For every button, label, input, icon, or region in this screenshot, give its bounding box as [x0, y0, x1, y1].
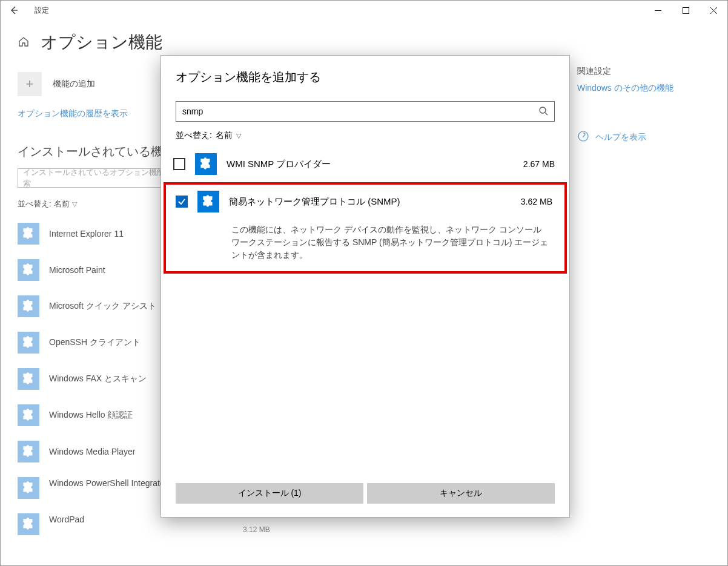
back-button[interactable] — [5, 2, 22, 19]
help-link[interactable]: ヘルプを表示 — [595, 132, 646, 143]
page-header: オプション機能 — [1, 20, 727, 60]
modal-search-input[interactable] — [182, 107, 538, 116]
install-button[interactable]: インストール (1) — [176, 483, 363, 504]
add-feature-modal: オプション機能を追加する 並べ替え: 名前 ▽ WMI SNMP プロバイダー2… — [160, 55, 570, 518]
svg-rect-0 — [683, 7, 689, 13]
feature-name: WMI SNMP プロバイダー — [227, 159, 331, 170]
modal-title: オプション機能を追加する — [176, 69, 555, 85]
maximize-button[interactable] — [672, 1, 700, 20]
feature-size: 2.67 MB — [523, 159, 555, 169]
puzzle-icon — [18, 368, 39, 390]
puzzle-icon — [18, 441, 39, 462]
puzzle-icon — [197, 191, 219, 212]
installed-item-name: Windows Media Player — [49, 447, 135, 456]
puzzle-icon — [18, 513, 39, 535]
help-icon — [577, 130, 589, 144]
close-button[interactable] — [700, 1, 727, 20]
installed-item-size: 3.12 MB — [243, 525, 278, 534]
feature-description: この機能には、ネットワーク デバイスの動作を監視し、ネットワーク コンソール ワ… — [231, 223, 550, 262]
installed-item-name: OpenSSH クライアント — [49, 337, 141, 348]
modal-sort[interactable]: 並べ替え: 名前 ▽ — [161, 122, 569, 147]
titlebar: 設定 — [1, 1, 727, 20]
svg-point-2 — [540, 107, 546, 113]
plus-icon: + — [18, 72, 42, 96]
feature-size: 3.62 MB — [521, 197, 552, 206]
modal-feature-list: WMI SNMP プロバイダー2.67 MB簡易ネットワーク管理プロトコル (S… — [161, 147, 569, 475]
page-title: オプション機能 — [41, 31, 162, 54]
more-features-link[interactable]: Windows のその他の機能 — [577, 83, 710, 94]
window-title: 設定 — [35, 5, 49, 16]
sort-prefix: 並べ替え: — [18, 199, 51, 209]
minimize-button[interactable] — [644, 1, 672, 20]
installed-item-name: Windows FAX とスキャン — [49, 373, 147, 384]
puzzle-icon — [18, 259, 39, 281]
search-icon — [538, 106, 548, 117]
modal-sort-value: 名前 — [216, 130, 233, 141]
puzzle-icon — [18, 477, 39, 499]
sort-value: 名前 — [54, 199, 70, 209]
feature-item[interactable]: 簡易ネットワーク管理プロトコル (SNMP)3.62 MBこの機能には、ネットワ… — [164, 182, 567, 274]
modal-search[interactable] — [176, 101, 555, 122]
puzzle-icon — [18, 332, 39, 354]
puzzle-icon — [18, 295, 39, 317]
back-arrow-icon — [9, 5, 19, 15]
feature-name: 簡易ネットワーク管理プロトコル (SNMP) — [229, 196, 400, 208]
puzzle-icon — [195, 153, 217, 175]
installed-item-name: WordPad — [49, 515, 84, 524]
feature-item[interactable]: WMI SNMP プロバイダー2.67 MB — [161, 147, 569, 181]
installed-item-name: Internet Explorer 11 — [49, 229, 124, 239]
home-icon[interactable] — [18, 36, 30, 50]
feature-checkbox[interactable] — [176, 196, 188, 208]
installed-item-name: Microsoft Paint — [49, 265, 105, 275]
add-feature-label: 機能の追加 — [53, 79, 95, 90]
modal-sort-prefix: 並べ替え: — [176, 130, 212, 141]
installed-item-name: Windows Hello 顔認証 — [49, 410, 133, 421]
installed-item-name: Microsoft クイック アシスト — [49, 301, 156, 312]
related-heading: 関連設定 — [577, 66, 710, 77]
feature-checkbox[interactable] — [173, 158, 185, 170]
cancel-button[interactable]: キャンセル — [367, 483, 555, 504]
puzzle-icon — [18, 404, 39, 426]
chevron-down-icon: ▽ — [72, 200, 77, 208]
chevron-down-icon: ▽ — [236, 132, 241, 140]
puzzle-icon — [18, 223, 39, 245]
